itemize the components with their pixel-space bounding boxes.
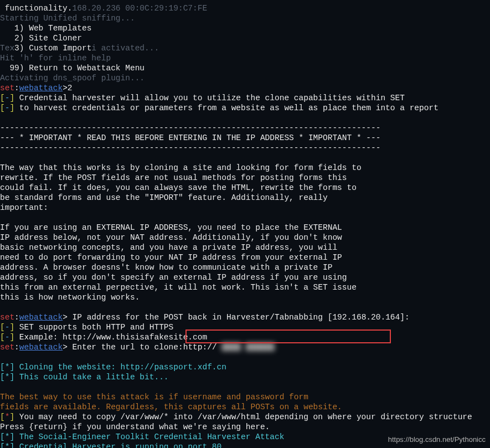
- text-functionality: functionality.: [0, 4, 73, 13]
- text-dns: Activating dns_spoof plugin...: [0, 74, 145, 83]
- prompt-webattack: webattack: [19, 84, 63, 92]
- info-line-1: Credential harvester will allow you to u…: [14, 94, 405, 102]
- info-line-2: to harvest credentials or parameters fro…: [14, 104, 439, 112]
- menu-opt-2: 2) Site Cloner: [0, 34, 82, 43]
- menu-opt-3: Custom Import: [24, 44, 92, 53]
- redacted-url: ████ ██████: [221, 343, 275, 352]
- wait-msg: This could take a little bit...: [14, 373, 168, 382]
- bestway-2: fields are available. Regardless, this c…: [0, 403, 342, 411]
- info-http: SET supports both HTTP and HTTPS: [14, 323, 173, 332]
- bestway-1: The best way to use this attack is if us…: [0, 393, 308, 401]
- url-prompt[interactable]: > Enter the url to clone:http://: [63, 343, 221, 352]
- watermark: https://blog.csdn.net/Pythonicc: [388, 435, 486, 445]
- info-example: Example: http://www.thisisafakesite.com: [14, 333, 207, 342]
- prompt-set: set: [0, 84, 14, 92]
- text-mac: 168.20.236 00:0C:29:19:C7:FE: [73, 4, 208, 13]
- menu-opt-1: 1) Web Templates: [0, 24, 91, 33]
- user-input[interactable]: >2: [63, 84, 72, 92]
- social-msg: The Social-Engineer Toolkit Credential H…: [14, 432, 284, 441]
- press-return[interactable]: Press {return} if you understand what we…: [0, 423, 270, 431]
- menu-opt-99: 99) Return to Webattack Menu: [0, 64, 145, 73]
- text-help: Hit 'h' for inline help: [0, 54, 111, 63]
- important-header: --- * IMPORTANT * READ THIS BEFORE ENTER…: [0, 133, 380, 142]
- terminal-output: functionality.168.20.236 00:0C:29:19:C7:…: [0, 0, 490, 448]
- copy-msg: You may need to copy /var/www/* into /va…: [14, 413, 472, 421]
- ip-prompt[interactable]: > IP address for the POST back in Harves…: [63, 313, 410, 322]
- running-msg: Credential Harvester is running on port …: [14, 442, 221, 448]
- text-sniffing: Starting Unified sniffing...: [0, 14, 135, 23]
- cloning-msg: Cloning the website: http://passport.xdf…: [14, 363, 226, 372]
